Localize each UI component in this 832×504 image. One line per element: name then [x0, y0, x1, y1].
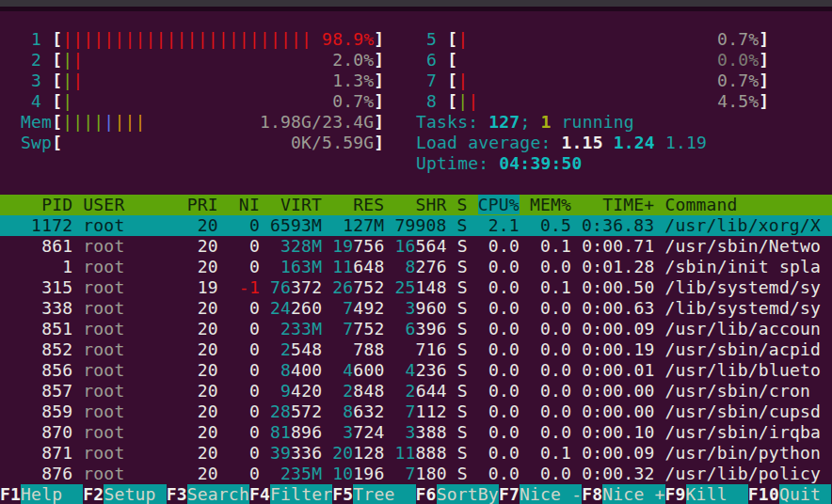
- process-row-876[interactable]: 876 root 20 0 235M 10196 7180 S 0.0 0.0 …: [0, 464, 832, 484]
- fn-key-f5[interactable]: F5: [332, 484, 353, 504]
- selected-process-row-1172[interactable]: 1172 root 20 0 6593M 127M 79908 S 2.1 0.…: [0, 215, 832, 236]
- process-row-1[interactable]: 1 root 20 0 163M 11648 8276 S 0.0 0.0 0:…: [0, 257, 832, 277]
- fn-button-sortby[interactable]: SortBy: [437, 484, 499, 504]
- desktop-top-bar: [0, 0, 832, 7]
- meter-bar: 0K/5.59G: [62, 133, 374, 152]
- swp-meter: Swp[ 0K/5.59G]: [21, 133, 384, 153]
- meter-bar: || 1.3%: [62, 71, 374, 90]
- load-average-line: Load average: 1.15 1.24 1.19: [416, 133, 707, 153]
- meter-bar: | 0.7%: [62, 91, 374, 111]
- fn-button-nice-[interactable]: Nice +: [602, 484, 664, 504]
- meter-bar: |||||||||||||||||||||||| 98.9%: [62, 29, 374, 49]
- process-row-851[interactable]: 851 root 20 0 233M 7752 6396 S 0.0 0.0 0…: [0, 319, 832, 339]
- cpu-meter-4: 4 [| 0.7%]: [21, 91, 384, 112]
- cpu-meter-6: 6 [ 0.0%]: [416, 50, 769, 71]
- process-row-870[interactable]: 870 root 20 0 81896 3724 3388 S 0.0 0.0 …: [0, 422, 832, 443]
- cpu-meter-5: 5 [| 0.7%]: [416, 29, 769, 50]
- meter-bar: 0.0%: [457, 50, 759, 70]
- fn-key-f8[interactable]: F8: [582, 484, 602, 504]
- fn-key-f4[interactable]: F4: [249, 484, 270, 504]
- tasks-line: Tasks: 127; 1 running: [416, 112, 634, 133]
- cpu-meter-3: 3 [|| 1.3%]: [21, 71, 384, 91]
- function-key-bar: F1Help F2Setup F3SearchF4FilterF5Tree F6…: [0, 484, 832, 504]
- process-row-852[interactable]: 852 root 20 0 2548 788 716 S 0.0 0.0 0:0…: [0, 339, 832, 360]
- process-row-861[interactable]: 861 root 20 0 328M 19756 16564 S 0.0 0.1…: [0, 236, 832, 257]
- process-row-338[interactable]: 338 root 20 0 24260 7492 3960 S 0.0 0.0 …: [0, 298, 832, 319]
- fn-button-nice-[interactable]: Nice -: [520, 484, 582, 504]
- cpu-meter-7: 7 [| 0.7%]: [416, 71, 769, 91]
- desktop-top-bar-shadow: [0, 7, 832, 11]
- meter-bar: || 4.5%: [457, 91, 759, 111]
- fn-button-filter[interactable]: Filter: [270, 484, 332, 504]
- fn-key-f6[interactable]: F6: [416, 484, 437, 504]
- meter-bar: |||||||| 1.98G/23.4G: [62, 112, 374, 132]
- fn-button-tree[interactable]: Tree: [353, 484, 415, 504]
- fn-button-help[interactable]: Help: [21, 484, 83, 504]
- cpu-meter-8: 8 [|| 4.5%]: [416, 91, 769, 112]
- meter-bar: | 0.7%: [457, 29, 759, 49]
- fn-key-f3[interactable]: F3: [167, 484, 187, 504]
- process-row-315[interactable]: 315 root 19 -1 76372 26752 25148 S 0.0 0…: [0, 277, 832, 298]
- fn-key-f2[interactable]: F2: [83, 484, 104, 504]
- fn-button-quit[interactable]: Quit: [779, 484, 831, 504]
- fn-key-f7[interactable]: F7: [499, 484, 520, 504]
- fn-key-f10[interactable]: F10: [748, 484, 779, 504]
- meter-bar: | 0.7%: [457, 71, 759, 90]
- mem-meter: Mem[|||||||| 1.98G/23.4G]: [21, 112, 384, 133]
- process-row-859[interactable]: 859 root 20 0 28572 8632 7112 S 0.0 0.0 …: [0, 402, 832, 422]
- fn-key-f1[interactable]: F1: [0, 484, 21, 504]
- fn-button-kill[interactable]: Kill: [686, 484, 748, 504]
- fn-button-setup[interactable]: Setup: [104, 484, 166, 504]
- table-header[interactable]: PID USER PRI NI VIRT RES SHR S CPU% MEM%…: [0, 195, 832, 215]
- sort-column-cpu[interactable]: CPU%: [478, 195, 520, 214]
- cpu-meter-1: 1 [|||||||||||||||||||||||| 98.9%]: [21, 29, 384, 50]
- process-row-857[interactable]: 857 root 20 0 9420 2848 2644 S 0.0 0.0 0…: [0, 381, 832, 402]
- process-row-856[interactable]: 856 root 20 0 8400 4600 4236 S 0.0 0.0 0…: [0, 360, 832, 381]
- cpu-meter-2: 2 [|| 2.0%]: [21, 50, 384, 71]
- process-row-871[interactable]: 871 root 20 0 39336 20128 11888 S 0.0 0.…: [0, 443, 832, 464]
- fn-key-f9[interactable]: F9: [665, 484, 686, 504]
- terminal-window: 1 [|||||||||||||||||||||||| 98.9%] 2 [||…: [0, 0, 832, 504]
- meter-bar: || 2.0%: [62, 50, 374, 70]
- fn-button-search[interactable]: Search: [187, 484, 249, 504]
- uptime-line: Uptime: 04:39:50: [416, 153, 583, 174]
